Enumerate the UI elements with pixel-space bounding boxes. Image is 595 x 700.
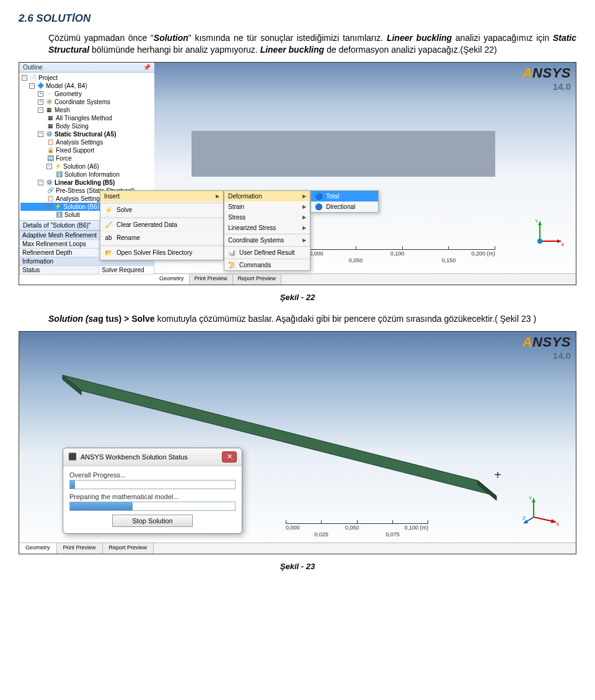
dialog-title: ANSYS Workbench Solution Status — [81, 453, 188, 461]
tree-anset[interactable]: Analysis Settings — [56, 138, 103, 146]
sub-commands[interactable]: 📜Commands — [224, 260, 310, 270]
dialog-titlebar[interactable]: ⬛ ANSYS Workbench Solution Status ✕ — [63, 448, 242, 466]
solution-icon: ⚡ — [54, 203, 61, 210]
text: Çözümü yapmadan önce " — [48, 33, 154, 43]
pin-icon[interactable]: 📌 — [143, 64, 151, 71]
sub-coord[interactable]: Coordinate Systems▶ — [224, 235, 310, 246]
ctx-insert[interactable]: Insert▶ — [100, 191, 223, 202]
buckling-icon: ⚙️ — [45, 179, 53, 186]
ctx-solve[interactable]: ⚡Solve — [100, 204, 223, 217]
close-button[interactable]: ✕ — [222, 451, 237, 463]
tree-model[interactable]: Model (A4, B4) — [46, 82, 87, 90]
submenu-insert[interactable]: Deformation▶ Strain▶ Stress▶ Linearized … — [224, 190, 311, 271]
tab-print[interactable]: Print Preview — [57, 543, 103, 554]
settings-icon: 📋 — [46, 138, 54, 146]
folder-icon: 📂 — [104, 249, 113, 257]
sub-udr[interactable]: 📊User Defined Result — [224, 247, 310, 258]
detail-value: Solve Required — [99, 265, 154, 274]
sub-deformation[interactable]: Deformation▶ — [224, 191, 310, 202]
viewport-tabs[interactable]: Geometry Print Preview Report Preview — [19, 543, 576, 554]
context-menu[interactable]: Insert▶ ⚡Solve 🧹Clear Generated Data abR… — [100, 190, 224, 260]
axis-triad: X Y Z — [522, 496, 560, 526]
tree-solinfo2[interactable]: Soluti — [64, 211, 80, 219]
detail-label: Max Refinement Loops — [20, 239, 99, 248]
svg-marker-3 — [538, 221, 542, 225]
solve-icon: ⚡ — [104, 206, 113, 215]
tab-geometry[interactable]: Geometry — [154, 274, 190, 285]
sub-linstress[interactable]: Linearized Stress▶ — [224, 223, 310, 233]
tree-geometry[interactable]: Geometry — [55, 90, 82, 98]
origin-marker: + — [494, 468, 501, 482]
udr-icon: 📊 — [228, 249, 236, 256]
sub-stress[interactable]: Stress▶ — [224, 212, 310, 223]
svg-point-4 — [537, 239, 542, 244]
overall-progress — [69, 480, 236, 489]
section-heading: 2.6 SOLUTİON — [19, 12, 576, 25]
screenshot-2: ANSYS 14.0 + ⬛ ANSYS Workbench Solution … — [19, 331, 576, 554]
stop-solution-button[interactable]: Stop Solution — [112, 515, 193, 527]
tab-geometry[interactable]: Geometry — [19, 543, 57, 554]
ansys-logo: ANSYS 14.0 — [522, 65, 571, 92]
figure-caption-23: Şekil - 23 — [19, 562, 576, 571]
clear-icon: 🧹 — [104, 221, 113, 229]
tree-bodysizing[interactable]: Body Sizing — [56, 122, 89, 130]
outline-title: Outline — [23, 64, 43, 71]
coord-icon: ✳️ — [45, 98, 53, 105]
scale-tick: 0,000 — [309, 250, 324, 257]
scale-tick: 0,050 — [349, 257, 363, 264]
geometry-icon: ▫️ — [45, 90, 53, 97]
logo-a: A — [522, 65, 532, 81]
model-placeholder — [192, 131, 495, 177]
tree-fixed[interactable]: Fixed Support — [56, 146, 94, 154]
outline-header: Outline📌 — [19, 63, 154, 73]
scale-bar: 0,0000,1000,200 (m) 0,0500,150 — [309, 246, 495, 264]
axis-triad: X Y — [534, 218, 563, 247]
submenu-deformation[interactable]: 🔵Total 🔵Directional — [311, 190, 379, 213]
sizing-icon: ▦ — [46, 122, 54, 130]
step-progress — [69, 502, 236, 511]
ctx-clear[interactable]: 🧹Clear Generated Data — [100, 219, 223, 232]
overall-label: Overall Progress... — [69, 471, 236, 479]
tab-report[interactable]: Report Preview — [103, 543, 154, 554]
svg-text:Z: Z — [522, 515, 526, 521]
tree-solb6[interactable]: Solution (B6) — [63, 203, 99, 211]
scale-tick: 0,050 — [345, 525, 359, 531]
scale-tick: 0,100 (m) — [404, 525, 428, 531]
screenshot-1: Outline📌 −📄Project −🔷Model (A4, B4) +▫️G… — [19, 62, 576, 285]
tree-sola6[interactable]: Solution (A6) — [63, 162, 99, 171]
tree-alltri[interactable]: All Triangles Method — [56, 114, 112, 122]
detail-label: Status — [20, 265, 99, 274]
tab-print[interactable]: Print Preview — [190, 274, 233, 285]
solution-status-dialog[interactable]: ⬛ ANSYS Workbench Solution Status ✕ Over… — [63, 448, 242, 534]
tree-project[interactable]: Project — [38, 74, 58, 82]
solinfo-icon: ℹ️ — [55, 171, 63, 178]
rename-icon: ab — [104, 234, 113, 242]
tree-coord[interactable]: Coordinate Systems — [55, 98, 110, 106]
tree-solinfo[interactable]: Solution Information — [64, 171, 120, 179]
tab-report[interactable]: Report Preview — [233, 274, 282, 285]
ctx-open[interactable]: 📂Open Solver Files Directory — [100, 247, 223, 260]
sub-strain[interactable]: Strain▶ — [224, 202, 310, 212]
text: bölümünde herhangi bir analiz yapmıyoruz… — [89, 45, 260, 55]
scale-tick: 0,100 — [390, 250, 405, 257]
prestress-icon: 🔗 — [46, 187, 54, 194]
tree-static[interactable]: Static Structural (A5) — [55, 130, 116, 138]
sub2-total[interactable]: 🔵Total — [311, 191, 378, 202]
text: " kısmında ne tür sonuçlar istediğimizi … — [188, 33, 387, 43]
viewport-tabs[interactable]: Geometry Print Preview Report Preview — [154, 273, 576, 285]
scale-tick: 0,000 — [286, 525, 300, 531]
ctx-rename[interactable]: abRename — [100, 232, 223, 245]
commands-icon: 📜 — [228, 262, 236, 268]
ansys-logo: ANSYS 14.0 — [522, 334, 571, 361]
model-icon: 🔷 — [37, 82, 44, 89]
solution-icon: ⚡ — [54, 162, 61, 170]
logo-version: 14.0 — [522, 350, 571, 361]
scale-tick: 0,200 (m) — [471, 250, 495, 257]
sub2-directional[interactable]: 🔵Directional — [311, 202, 378, 212]
total-icon: 🔵 — [315, 193, 322, 200]
tree-mesh[interactable]: Mesh — [55, 106, 69, 114]
tree-anset2[interactable]: Analysis Settings — [56, 195, 103, 203]
tree-force[interactable]: Force — [56, 154, 72, 162]
scale-bar: 0,0000,0500,100 (m) 0,0250,075 — [286, 520, 428, 538]
tree-linbuck[interactable]: Linear Buckling (B5) — [55, 179, 115, 187]
